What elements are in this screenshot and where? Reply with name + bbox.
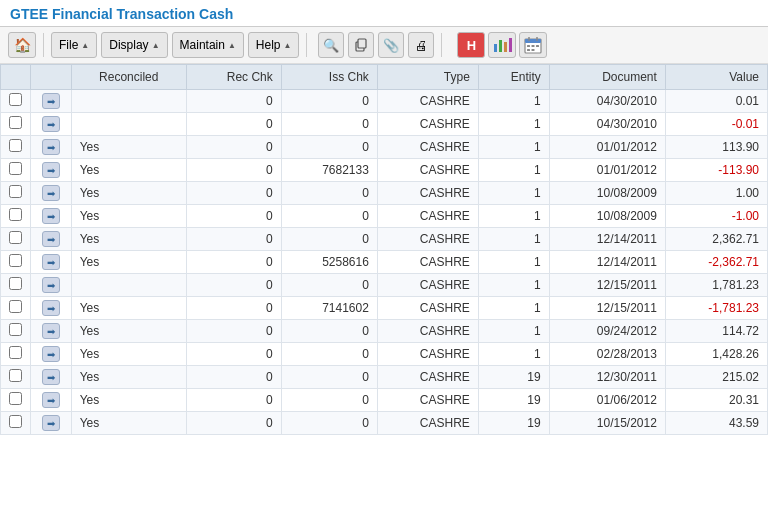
row-nav-arrow[interactable]: ➡	[42, 300, 60, 316]
paperclip-icon-button[interactable]: 📎	[378, 32, 404, 58]
row-nav-arrow[interactable]: ➡	[42, 208, 60, 224]
row-checkbox[interactable]	[9, 231, 22, 244]
table-header-row: Reconciled Rec Chk Iss Chk Type Entity D…	[1, 65, 768, 90]
row-nav-arrow[interactable]: ➡	[42, 162, 60, 178]
file-menu-button[interactable]: File ▲	[51, 32, 97, 58]
row-nav-arrow[interactable]: ➡	[42, 323, 60, 339]
row-iss-chk: 0	[281, 205, 377, 228]
row-checkbox-cell	[1, 274, 31, 297]
row-document: 10/15/2012	[549, 412, 665, 435]
row-checkbox-cell	[1, 366, 31, 389]
col-header-entity: Entity	[478, 65, 549, 90]
row-type: CASHRE	[377, 136, 478, 159]
row-reconciled: Yes	[71, 136, 186, 159]
svg-rect-13	[527, 49, 530, 51]
row-iss-chk: 0	[281, 113, 377, 136]
icon-chart-button[interactable]	[488, 32, 516, 58]
row-checkbox[interactable]	[9, 116, 22, 129]
row-rec-chk: 0	[186, 136, 281, 159]
icon-calendar-button[interactable]	[519, 32, 547, 58]
search-icon-button[interactable]: 🔍	[318, 32, 344, 58]
row-nav-cell: ➡	[31, 182, 72, 205]
maintain-menu-button[interactable]: Maintain ▲	[172, 32, 244, 58]
row-nav-arrow[interactable]: ➡	[42, 277, 60, 293]
row-entity: 1	[478, 182, 549, 205]
row-nav-arrow[interactable]: ➡	[42, 415, 60, 431]
row-reconciled: Yes	[71, 412, 186, 435]
table-row: ➡Yes00CASHRE110/08/2009-1.00	[1, 205, 768, 228]
row-value: -113.90	[665, 159, 767, 182]
row-checkbox[interactable]	[9, 208, 22, 221]
row-nav-arrow[interactable]: ➡	[42, 139, 60, 155]
row-type: CASHRE	[377, 343, 478, 366]
row-entity: 19	[478, 366, 549, 389]
row-type: CASHRE	[377, 90, 478, 113]
row-value: 215.02	[665, 366, 767, 389]
row-checkbox[interactable]	[9, 300, 22, 313]
row-document: 01/01/2012	[549, 136, 665, 159]
row-iss-chk: 0	[281, 343, 377, 366]
row-document: 04/30/2010	[549, 90, 665, 113]
row-nav-arrow[interactable]: ➡	[42, 254, 60, 270]
row-iss-chk: 0	[281, 320, 377, 343]
row-nav-cell: ➡	[31, 113, 72, 136]
print-icon-button[interactable]: 🖨	[408, 32, 434, 58]
row-nav-arrow[interactable]: ➡	[42, 231, 60, 247]
row-document: 10/08/2009	[549, 182, 665, 205]
row-checkbox[interactable]	[9, 93, 22, 106]
row-entity: 19	[478, 389, 549, 412]
row-rec-chk: 0	[186, 412, 281, 435]
row-checkbox[interactable]	[9, 277, 22, 290]
row-nav-cell: ➡	[31, 389, 72, 412]
row-checkbox[interactable]	[9, 185, 22, 198]
table-row: ➡00CASHRE104/30/2010-0.01	[1, 113, 768, 136]
row-nav-cell: ➡	[31, 297, 72, 320]
row-nav-cell: ➡	[31, 90, 72, 113]
table-row: ➡00CASHRE112/15/20111,781.23	[1, 274, 768, 297]
row-type: CASHRE	[377, 320, 478, 343]
row-checkbox[interactable]	[9, 369, 22, 382]
col-header-reconciled: Reconciled	[71, 65, 186, 90]
row-nav-cell: ➡	[31, 159, 72, 182]
row-checkbox[interactable]	[9, 392, 22, 405]
row-checkbox[interactable]	[9, 415, 22, 428]
row-checkbox-cell	[1, 205, 31, 228]
row-type: CASHRE	[377, 412, 478, 435]
row-checkbox[interactable]	[9, 254, 22, 267]
row-rec-chk: 0	[186, 366, 281, 389]
icon-h-button[interactable]: H	[457, 32, 485, 58]
row-nav-arrow[interactable]: ➡	[42, 369, 60, 385]
row-checkbox[interactable]	[9, 323, 22, 336]
table-row: ➡Yes00CASHRE102/28/20131,428.26	[1, 343, 768, 366]
row-document: 04/30/2010	[549, 113, 665, 136]
display-menu-button[interactable]: Display ▲	[101, 32, 167, 58]
display-dropdown-arrow: ▲	[152, 41, 160, 50]
row-nav-arrow[interactable]: ➡	[42, 93, 60, 109]
row-document: 01/01/2012	[549, 159, 665, 182]
title-bar: GTEE Financial Transaction Cash	[0, 0, 768, 27]
row-reconciled	[71, 90, 186, 113]
row-nav-arrow[interactable]: ➡	[42, 185, 60, 201]
help-menu-button[interactable]: Help ▲	[248, 32, 300, 58]
col-header-value: Value	[665, 65, 767, 90]
table-row: ➡Yes07682133CASHRE101/01/2012-113.90	[1, 159, 768, 182]
svg-rect-14	[532, 49, 535, 51]
svg-rect-4	[504, 42, 507, 52]
row-document: 10/08/2009	[549, 205, 665, 228]
svg-rect-5	[509, 38, 512, 52]
row-checkbox[interactable]	[9, 139, 22, 152]
copy-icon-button[interactable]	[348, 32, 374, 58]
row-nav-arrow[interactable]: ➡	[42, 346, 60, 362]
svg-rect-3	[499, 40, 502, 52]
row-nav-arrow[interactable]: ➡	[42, 392, 60, 408]
row-checkbox[interactable]	[9, 346, 22, 359]
svg-rect-1	[358, 39, 366, 48]
row-entity: 1	[478, 228, 549, 251]
row-document: 02/28/2013	[549, 343, 665, 366]
row-checkbox[interactable]	[9, 162, 22, 175]
table-row: ➡Yes00CASHRE110/08/20091.00	[1, 182, 768, 205]
col-header-rec-chk: Rec Chk	[186, 65, 281, 90]
row-nav-arrow[interactable]: ➡	[42, 116, 60, 132]
home-button[interactable]: 🏠	[8, 32, 36, 58]
row-value: -1.00	[665, 205, 767, 228]
